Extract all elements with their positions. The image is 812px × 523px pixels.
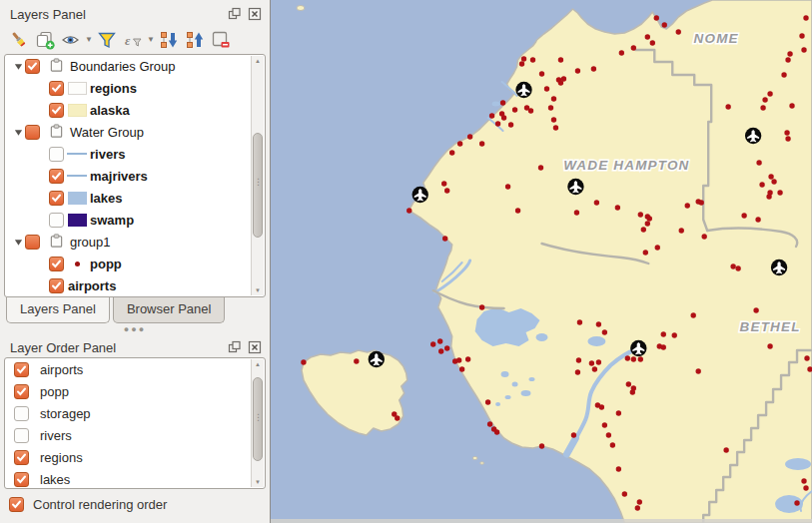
manage-map-themes-button[interactable]	[58, 28, 84, 52]
scroll-down-arrow[interactable]: ▼	[252, 479, 264, 485]
group-icon	[49, 123, 64, 142]
layer-tree-group-row[interactable]: group1	[5, 231, 265, 253]
order-visibility-checkbox[interactable]	[14, 450, 29, 465]
dock-splitter-handle[interactable]: ●●●	[0, 325, 270, 333]
layers-panel-titlebar: Layers Panel	[0, 0, 270, 24]
scrollbar-thumb[interactable]: ⋮	[253, 377, 263, 461]
layer-visibility-checkbox[interactable]	[49, 81, 64, 96]
order-item-label: popp	[40, 384, 69, 399]
group-visibility-checkbox[interactable]	[25, 125, 40, 140]
map-canvas[interactable]: NOMEWADE HAMPTONBETHEL	[270, 0, 812, 523]
layer-tree-item[interactable]: popp	[5, 253, 265, 274]
float-order-panel-button[interactable]	[227, 340, 242, 355]
order-item-label: rivers	[40, 428, 72, 443]
order-visibility-checkbox[interactable]	[14, 384, 29, 399]
popp-point	[610, 442, 615, 447]
layer-visibility-checkbox[interactable]	[49, 257, 64, 271]
layer-visibility-checkbox[interactable]	[49, 278, 64, 293]
symbol-wrap	[64, 175, 90, 177]
order-visibility-checkbox[interactable]	[14, 428, 29, 443]
order-item-label: lakes	[40, 472, 70, 487]
group-visibility-checkbox[interactable]	[25, 235, 40, 250]
symbol-wrap	[64, 214, 90, 227]
lake	[529, 377, 535, 381]
float-panel-button[interactable]	[227, 7, 242, 22]
expander-icon[interactable]	[11, 62, 25, 71]
layer-tree-item[interactable]: airports	[5, 274, 265, 296]
popp-point	[631, 356, 636, 361]
filter-by-expression-button[interactable]: ε	[120, 28, 146, 52]
dock-tab-browser-panel[interactable]: Browser Panel	[113, 297, 226, 323]
layer-symbol-fill	[68, 82, 87, 95]
scroll-down-arrow[interactable]: ▼	[252, 287, 264, 293]
filter-legend-button[interactable]	[94, 28, 120, 52]
control-rendering-order-checkbox[interactable]	[9, 497, 24, 512]
layer-tree-item[interactable]: swamp	[5, 209, 265, 231]
layer-order-item[interactable]: popp	[5, 380, 265, 402]
layer-tree-item[interactable]: rivers	[5, 143, 265, 165]
popp-point	[635, 505, 640, 510]
popp-point	[619, 50, 624, 55]
dock-tab-layers-panel[interactable]: Layers Panel	[6, 297, 110, 323]
layer-visibility-checkbox[interactable]	[49, 191, 64, 206]
expand-all-button[interactable]	[156, 28, 182, 52]
layer-order-item[interactable]: storagep	[5, 402, 265, 424]
layer-label: swamp	[90, 213, 134, 228]
expander-icon[interactable]	[11, 128, 25, 137]
expression-dropdown-caret[interactable]: ▼	[146, 35, 156, 44]
remove-layer-group-button[interactable]	[208, 28, 234, 52]
airport-marker	[745, 128, 761, 144]
layer-order-title: Layer Order Panel	[10, 340, 222, 355]
layer-order-item[interactable]: lakes	[5, 468, 265, 489]
popp-point	[508, 122, 513, 127]
popp-point	[803, 485, 808, 490]
popp-point	[515, 208, 520, 213]
collapse-all-button[interactable]	[182, 28, 208, 52]
scroll-up-arrow[interactable]: ▲	[252, 58, 264, 64]
order-visibility-checkbox[interactable]	[14, 472, 29, 487]
popp-point	[676, 29, 681, 34]
expand-all-icon	[158, 29, 180, 51]
layer-order-item[interactable]: regions	[5, 446, 265, 468]
themes-dropdown-caret[interactable]: ▼	[84, 35, 94, 44]
popp-point	[530, 57, 535, 62]
order-visibility-checkbox[interactable]	[14, 406, 29, 421]
funnel-icon	[96, 29, 118, 51]
layer-visibility-checkbox[interactable]	[49, 103, 64, 118]
group-visibility-checkbox[interactable]	[25, 59, 40, 74]
layer-visibility-checkbox[interactable]	[49, 213, 64, 228]
layer-order-item[interactable]: rivers	[5, 424, 265, 446]
popp-point	[606, 432, 611, 437]
popp-point	[467, 134, 472, 139]
layer-tree-group-row[interactable]: Water Group	[5, 121, 265, 143]
layer-tree-item[interactable]: majrivers	[5, 165, 265, 187]
layer-tree-item[interactable]: lakes	[5, 187, 265, 209]
close-icon	[248, 7, 262, 21]
layer-visibility-checkbox[interactable]	[49, 169, 64, 184]
layer-order-titlebar: Layer Order Panel	[0, 333, 270, 357]
layer-tree-group-row[interactable]: Boundaries Group	[5, 55, 265, 77]
expander-icon[interactable]	[11, 238, 25, 247]
layer-styling-button[interactable]	[6, 28, 32, 52]
popp-point	[767, 343, 772, 348]
layer-label: popp	[90, 257, 122, 271]
layer-tree-item[interactable]: alaska	[5, 99, 265, 121]
scrollbar-thumb[interactable]: ⋮	[253, 133, 263, 239]
popp-point	[591, 66, 596, 71]
order-visibility-checkbox[interactable]	[14, 362, 29, 377]
layer-order-item[interactable]: airports	[5, 358, 265, 380]
add-group-button[interactable]	[32, 28, 58, 52]
layer-tree-scrollbar[interactable]: ▲ ⋮ ▼	[251, 56, 264, 295]
popp-point	[437, 338, 442, 343]
popp-point	[723, 447, 728, 452]
control-rendering-order-label: Control rendering order	[33, 497, 167, 512]
layer-visibility-checkbox[interactable]	[49, 147, 64, 162]
float-icon	[228, 7, 242, 21]
symbol-wrap	[64, 262, 90, 266]
close-panel-button[interactable]	[247, 7, 262, 22]
popp-point	[679, 228, 684, 233]
layer-tree-item[interactable]: regions	[5, 77, 265, 99]
layer-order-scrollbar[interactable]: ▲ ⋮ ▼	[251, 359, 264, 487]
scroll-up-arrow[interactable]: ▲	[252, 361, 264, 367]
close-order-panel-button[interactable]	[247, 340, 262, 355]
